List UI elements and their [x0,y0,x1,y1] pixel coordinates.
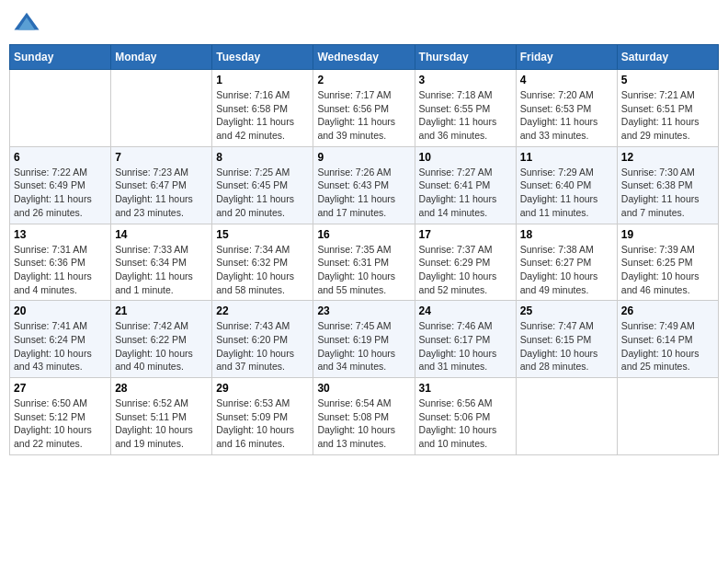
day-number: 15 [216,228,309,241]
daylight-text: Daylight: 10 hours and 55 minutes. [317,270,395,295]
sunset-text: Sunset: 6:29 PM [419,257,491,268]
sunrise-text: Sunrise: 7:21 AM [621,89,695,100]
sunset-text: Sunset: 6:40 PM [520,179,592,190]
day-number: 7 [115,151,208,164]
daylight-text: Daylight: 10 hours and 49 minutes. [520,270,598,295]
day-info: Sunrise: 7:25 AM Sunset: 6:45 PM Dayligh… [216,166,309,220]
daylight-text: Daylight: 10 hours and 13 minutes. [317,424,395,449]
day-number: 29 [216,382,309,395]
page-header [9,9,719,37]
calendar-cell: 3 Sunrise: 7:18 AM Sunset: 6:55 PM Dayli… [415,70,516,147]
daylight-text: Daylight: 11 hours and 17 minutes. [317,193,395,218]
sunset-text: Sunset: 6:34 PM [115,257,187,268]
calendar-week-row: 1 Sunrise: 7:16 AM Sunset: 6:58 PM Dayli… [10,70,719,147]
day-info: Sunrise: 6:56 AM Sunset: 5:06 PM Dayligh… [419,396,512,451]
calendar-week-row: 27 Sunrise: 6:50 AM Sunset: 5:12 PM Dayl… [10,378,719,455]
calendar-cell: 20 Sunrise: 7:41 AM Sunset: 6:24 PM Dayl… [10,301,111,378]
daylight-text: Daylight: 10 hours and 22 minutes. [14,424,92,449]
weekday-header-sunday: Sunday [10,45,111,70]
calendar-cell [10,70,111,147]
daylight-text: Daylight: 10 hours and 34 minutes. [317,348,395,373]
logo-icon [13,9,40,37]
day-number: 10 [419,151,512,164]
calendar-cell: 30 Sunrise: 6:54 AM Sunset: 5:08 PM Dayl… [313,378,415,455]
sunset-text: Sunset: 6:31 PM [317,257,389,268]
day-number: 12 [621,151,714,164]
sunset-text: Sunset: 6:25 PM [621,257,693,268]
day-number: 27 [14,382,107,395]
sunrise-text: Sunrise: 7:39 AM [621,244,695,255]
sunset-text: Sunset: 6:55 PM [419,103,491,114]
daylight-text: Daylight: 10 hours and 46 minutes. [621,270,700,295]
sunrise-text: Sunrise: 7:42 AM [115,320,188,331]
day-number: 16 [317,228,410,241]
day-number: 30 [317,382,410,395]
sunset-text: Sunset: 6:22 PM [115,334,187,345]
calendar-cell: 28 Sunrise: 6:52 AM Sunset: 5:11 PM Dayl… [111,378,212,455]
weekday-header-row: SundayMondayTuesdayWednesdayThursdayFrid… [10,45,719,70]
sunset-text: Sunset: 6:24 PM [14,334,85,345]
sunset-text: Sunset: 6:20 PM [216,334,288,345]
daylight-text: Daylight: 10 hours and 28 minutes. [520,348,598,373]
day-info: Sunrise: 7:47 AM Sunset: 6:15 PM Dayligh… [520,319,613,373]
calendar-cell: 13 Sunrise: 7:31 AM Sunset: 6:36 PM Dayl… [10,224,111,301]
day-number: 4 [520,74,613,86]
sunset-text: Sunset: 6:56 PM [317,103,389,114]
sunrise-text: Sunrise: 7:23 AM [115,167,188,178]
daylight-text: Daylight: 10 hours and 43 minutes. [14,348,92,373]
sunrise-text: Sunrise: 7:45 AM [317,320,391,331]
calendar-cell: 15 Sunrise: 7:34 AM Sunset: 6:32 PM Dayl… [212,224,313,301]
day-info: Sunrise: 7:17 AM Sunset: 6:56 PM Dayligh… [317,88,410,143]
day-number: 25 [520,304,613,317]
day-info: Sunrise: 7:42 AM Sunset: 6:22 PM Dayligh… [115,319,208,373]
calendar-cell: 1 Sunrise: 7:16 AM Sunset: 6:58 PM Dayli… [212,70,313,147]
day-number: 19 [621,228,714,241]
calendar-cell: 6 Sunrise: 7:22 AM Sunset: 6:49 PM Dayli… [10,146,111,224]
sunset-text: Sunset: 6:45 PM [216,179,288,190]
daylight-text: Daylight: 10 hours and 31 minutes. [419,348,497,373]
day-info: Sunrise: 7:31 AM Sunset: 6:36 PM Dayligh… [14,243,107,297]
sunrise-text: Sunrise: 6:56 AM [419,397,493,408]
day-info: Sunrise: 7:37 AM Sunset: 6:29 PM Dayligh… [419,243,512,297]
day-info: Sunrise: 7:26 AM Sunset: 6:43 PM Dayligh… [317,166,410,220]
calendar-cell: 7 Sunrise: 7:23 AM Sunset: 6:47 PM Dayli… [111,146,212,224]
calendar-cell: 27 Sunrise: 6:50 AM Sunset: 5:12 PM Dayl… [10,378,111,455]
daylight-text: Daylight: 10 hours and 19 minutes. [115,424,193,449]
day-number: 1 [216,74,309,86]
sunset-text: Sunset: 6:36 PM [14,257,85,268]
calendar-cell [516,378,617,455]
day-info: Sunrise: 7:38 AM Sunset: 6:27 PM Dayligh… [520,243,613,297]
calendar-week-row: 13 Sunrise: 7:31 AM Sunset: 6:36 PM Dayl… [10,224,719,301]
day-info: Sunrise: 7:29 AM Sunset: 6:40 PM Dayligh… [520,166,613,220]
daylight-text: Daylight: 11 hours and 4 minutes. [14,270,92,295]
day-number: 9 [317,151,410,164]
day-number: 11 [520,151,613,164]
sunset-text: Sunset: 5:06 PM [419,411,491,422]
calendar-cell: 16 Sunrise: 7:35 AM Sunset: 6:31 PM Dayl… [313,224,415,301]
sunrise-text: Sunrise: 7:16 AM [216,89,290,100]
weekday-header-wednesday: Wednesday [313,45,415,70]
day-info: Sunrise: 7:20 AM Sunset: 6:53 PM Dayligh… [520,88,613,143]
daylight-text: Daylight: 11 hours and 39 minutes. [317,116,395,141]
daylight-text: Daylight: 10 hours and 10 minutes. [419,424,497,449]
day-number: 22 [216,304,309,317]
calendar-cell: 2 Sunrise: 7:17 AM Sunset: 6:56 PM Dayli… [313,70,415,147]
day-number: 24 [419,304,512,317]
day-number: 26 [621,304,714,317]
day-info: Sunrise: 7:22 AM Sunset: 6:49 PM Dayligh… [14,166,107,220]
sunrise-text: Sunrise: 7:31 AM [14,244,87,255]
sunset-text: Sunset: 5:08 PM [317,411,389,422]
sunrise-text: Sunrise: 7:26 AM [317,167,391,178]
calendar-cell: 8 Sunrise: 7:25 AM Sunset: 6:45 PM Dayli… [212,146,313,224]
calendar-week-row: 20 Sunrise: 7:41 AM Sunset: 6:24 PM Dayl… [10,301,719,378]
daylight-text: Daylight: 11 hours and 29 minutes. [621,116,700,141]
sunset-text: Sunset: 5:11 PM [115,411,187,422]
calendar-cell: 5 Sunrise: 7:21 AM Sunset: 6:51 PM Dayli… [617,70,718,147]
sunset-text: Sunset: 5:09 PM [216,411,288,422]
sunrise-text: Sunrise: 7:18 AM [419,89,493,100]
sunset-text: Sunset: 6:15 PM [520,334,592,345]
day-info: Sunrise: 7:43 AM Sunset: 6:20 PM Dayligh… [216,319,309,373]
day-info: Sunrise: 6:52 AM Sunset: 5:11 PM Dayligh… [115,396,208,451]
day-info: Sunrise: 7:34 AM Sunset: 6:32 PM Dayligh… [216,243,309,297]
day-number: 31 [419,382,512,395]
